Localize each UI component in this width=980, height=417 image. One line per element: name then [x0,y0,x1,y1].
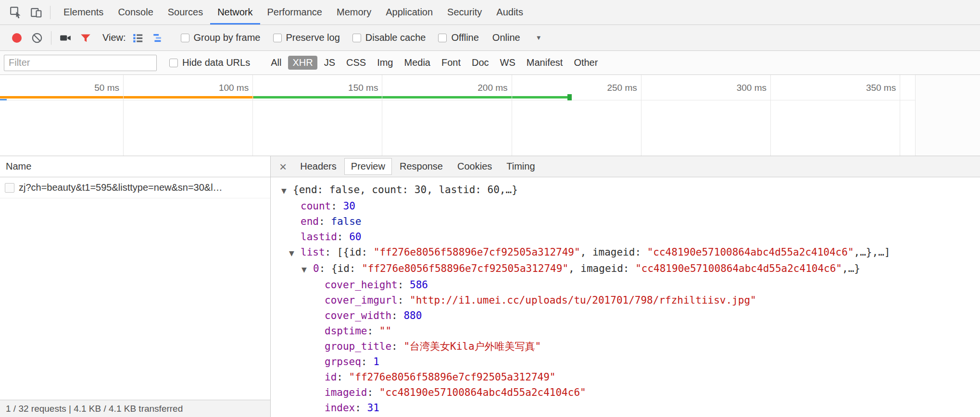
tree-row[interactable]: group_title: "台湾美女Kila户外唯美写真" [271,339,980,354]
json-num: 1 [373,356,379,368]
filter-type-doc[interactable]: Doc [467,56,493,70]
json-str: "ff276e8056f58896e7cf92505a312749" [362,263,568,274]
detail-tab-cookies[interactable]: Cookies [451,158,499,175]
expand-arrow-icon[interactable]: ▼ [289,245,301,261]
filter-type-all[interactable]: All [266,56,286,70]
tab-sources[interactable]: Sources [161,0,210,25]
checkbox-label: Disable cache [365,32,426,43]
capture-screenshots-button[interactable] [55,28,75,48]
tree-row[interactable]: ▼list: [{id: "ff276e8056f58896e7cf92505a… [271,245,980,261]
checkbox-box[interactable] [352,34,361,42]
device-toolbar-button[interactable] [26,2,46,23]
timeline-label: 200 ms [431,83,508,93]
json-str: "ff276e8056f58896e7cf92505a312749" [374,246,580,258]
filter-type-ws[interactable]: WS [496,56,520,70]
overview-endzone [915,75,980,156]
filter-type-font[interactable]: Font [437,56,465,70]
tree-row[interactable]: cover_width: 880 [271,308,980,323]
json-plain: ,…} [842,263,860,274]
overview-toggle[interactable] [148,28,168,48]
tab-network[interactable]: Network [210,0,260,25]
record-button[interactable] [7,28,27,48]
detail-tab-preview[interactable]: Preview [344,158,392,175]
filter-type-img[interactable]: Img [373,56,397,70]
inspect-cursor-icon [10,6,22,19]
checkbox-offline[interactable]: Offline [438,32,478,43]
filter-type-media[interactable]: Media [400,56,434,70]
json-plain: : [337,231,349,243]
json-plain: : [355,402,367,414]
large-rows-toggle[interactable] [128,28,148,48]
json-plain: ,…},…] [854,246,891,258]
name-column-header[interactable]: Name [0,156,270,177]
tree-row[interactable]: ▼{end: false, count: 30, lastid: 60,…} [271,182,980,198]
resource-type-filters: AllXHRJSCSSImgMediaFontDocWSManifestOthe… [266,56,604,70]
tab-security[interactable]: Security [440,0,489,25]
filter-type-xhr[interactable]: XHR [288,56,317,70]
filter-type-js[interactable]: JS [320,56,339,70]
expand-arrow-icon[interactable]: ▼ [302,262,313,277]
tab-application[interactable]: Application [378,0,440,25]
status-bar: 1 / 32 requests | 4.1 KB / 4.1 KB transf… [0,400,270,417]
checkbox-hide-data-urls[interactable]: Hide data URLs [169,57,250,68]
checkbox-preserve-log[interactable]: Preserve log [273,32,340,43]
checkbox-box[interactable] [169,59,178,67]
checkbox-label: Group by frame [194,32,261,43]
tree-row[interactable]: imageid: "cc48190e57100864abc4d55a2c4104… [271,385,980,400]
tab-console[interactable]: Console [111,0,160,25]
json-num: 586 [410,279,428,291]
detail-tab-timing[interactable]: Timing [500,158,541,175]
detail-tabbar: × HeadersPreviewResponseCookiesTiming [271,156,980,177]
tab-audits[interactable]: Audits [489,0,530,25]
request-row[interactable]: zj?ch=beauty&t1=595&listtype=new&sn=30&l… [0,177,270,198]
checkbox-box[interactable] [438,34,447,42]
detail-tab-response[interactable]: Response [393,158,450,175]
checkbox-disable-cache[interactable]: Disable cache [352,32,426,43]
filter-type-manifest[interactable]: Manifest [522,56,567,70]
tree-row[interactable]: id: "ff276e8056f58896e7cf92505a312749" [271,369,980,385]
expand-arrow-icon[interactable]: ▼ [281,183,293,198]
overview-divider [0,100,980,100]
tab-memory[interactable]: Memory [329,0,378,25]
timeline-overview[interactable]: 50 ms100 ms150 ms200 ms250 ms300 ms350 m… [0,75,980,156]
close-details-button[interactable]: × [274,157,292,176]
tab-performance[interactable]: Performance [260,0,330,25]
json-str: "ff276e8056f58896e7cf92505a312749" [349,371,556,383]
tab-elements[interactable]: Elements [56,0,111,25]
filter-type-css[interactable]: CSS [342,56,370,70]
filter-button[interactable] [75,28,96,48]
tree-row[interactable]: cover_imgurl: "http://i1.umei.cc/uploads… [271,293,980,308]
chevron-down-icon: ▼ [536,34,542,41]
tree-row[interactable]: ▼0: {id: "ff276e8056f58896e7cf92505a3127… [271,261,980,277]
checkbox-box[interactable] [273,34,282,42]
json-plain: : [367,387,379,398]
filter-type-other[interactable]: Other [569,56,602,70]
json-key: cover_height [325,279,398,291]
tree-row[interactable]: lastid: 60 [271,229,980,245]
json-str: "cc48190e57100864abc4d55a2c4104c6" [379,387,586,398]
checkbox-group-by-frame[interactable]: Group by frame [181,32,261,43]
json-num: 31 [367,402,379,414]
tree-row[interactable]: end: false [271,214,980,229]
timeline-gridline [252,75,253,156]
json-plain: : [391,341,403,352]
detail-tab-headers[interactable]: Headers [293,158,343,175]
throttling-select[interactable]: Online ▼ [492,32,542,43]
json-key: dsptime [325,325,367,337]
timeline-gridline [382,75,382,156]
toolbar-divider [50,6,50,19]
inspect-element-button[interactable] [6,2,26,23]
checkbox-box[interactable] [181,34,189,42]
tree-row[interactable]: dsptime: "" [271,323,980,339]
timeline-gridline [641,75,641,156]
timeline-gridline [123,75,124,156]
tree-row[interactable]: index: 31 [271,400,980,416]
filter-input[interactable] [4,55,157,71]
clear-button[interactable] [27,28,47,48]
tree-row[interactable]: count: 30 [271,198,980,214]
main-tabbar: ElementsConsoleSourcesNetworkPerformance… [0,0,980,25]
tree-row[interactable]: grpseq: 1 [271,354,980,369]
camera-icon [59,32,72,44]
tree-row[interactable]: cover_height: 586 [271,277,980,293]
json-str: "http://i1.umei.cc/uploads/tu/201701/798… [410,294,756,306]
